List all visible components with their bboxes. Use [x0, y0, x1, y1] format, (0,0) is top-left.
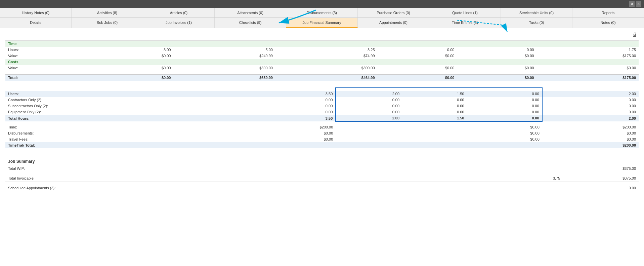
- erp-col-budget: [94, 38, 173, 41]
- tab-sub-jobs[interactable]: Sub Jobs (0): [72, 18, 143, 28]
- window-controls: ⧉ ✕: [629, 1, 641, 7]
- erp-col-writeoff: [457, 38, 536, 41]
- erp-costs-row-0: Value: $0.00 $390.00 $390.00 $0.00 $0.00…: [5, 65, 639, 71]
- title-bar: ⧉ ✕: [0, 0, 644, 8]
- erp-time-row-0: Hours: 3.00 5.00 3.25 0.00 0.00 1.75: [5, 47, 639, 53]
- job-summary-header: Job Summary: [5, 155, 639, 165]
- job-summary-total-invoicable: Total Invoicable: 3.75 $375.00: [5, 175, 639, 182]
- timetrak-row-1: Contractors Only (2): 0.00 0.00 0.00 0.0…: [5, 97, 639, 103]
- tab-appointments[interactable]: Appointments (0): [358, 18, 429, 28]
- timetrak-col-billable: [336, 88, 402, 91]
- tab-checklists[interactable]: Checklists (9): [215, 18, 286, 28]
- tab-quote-lines[interactable]: Quote Lines (1): [429, 8, 501, 17]
- tab-activities[interactable]: Activities (8): [72, 8, 143, 17]
- tab-row-1: History Notes (0)Activities (8)Articles …: [0, 8, 644, 18]
- tab-reports[interactable]: Reports: [572, 8, 644, 17]
- job-summary-total-wip: Total WIP: $375.00: [5, 165, 639, 172]
- timetrak-row-0: Users: 3.50 2.00 1.50 0.00 2.00: [5, 91, 639, 97]
- tab-row-2: DetailsSub Jobs (0)Job Invoices (1)Check…: [0, 18, 644, 28]
- job-summary-table: Job Summary Total WIP: $375.00 Total Inv…: [5, 155, 639, 191]
- tab-attachments[interactable]: Attachments (0): [215, 8, 286, 17]
- erp-costs-header: Costs: [5, 59, 639, 65]
- timetrak-col-wip: [542, 88, 639, 91]
- job-summary-scheduled-appointments: Scheduled Appointments (3): 0.00: [5, 185, 639, 191]
- timetrak-section: Users: 3.50 2.00 1.50 0.00 2.00 Contract…: [5, 87, 639, 148]
- tab-job-invoices[interactable]: Job Invoices (1): [143, 18, 215, 28]
- erp-table: Time Hours: 3.00 5.00 3.25 0.00 0.00 1.7…: [5, 38, 639, 81]
- main-content: 🖨 Time Hours: 3.00 5.00: [0, 28, 644, 195]
- erp-time-row-1: Value: $0.00 $249.99 $74.99 $0.00 $0.00 …: [5, 53, 639, 59]
- timetrak-table: Users: 3.50 2.00 1.50 0.00 2.00 Contract…: [5, 87, 639, 148]
- page-wrapper: ⧉ ✕ History Notes (0)Activities (8)Artic…: [0, 0, 644, 266]
- timetrak-value-row-0: Time: $200.00 $0.00 $200.00: [5, 124, 639, 130]
- erp-col-actual: [173, 38, 275, 41]
- tab-disbursements[interactable]: Disbursements (3): [286, 8, 358, 17]
- tab-purchase-orders[interactable]: Purchase Orders (0): [358, 8, 429, 17]
- tab-time-entries[interactable]: Time Entries (5): [429, 18, 501, 28]
- restore-button[interactable]: ⧉: [629, 1, 635, 7]
- timetrak-col-writeoff: [467, 88, 542, 91]
- tab-serviceable-units[interactable]: Serviceable Units (0): [501, 8, 572, 17]
- erp-col-wip: [536, 38, 639, 41]
- timetrak-total-row: TimeTrak Total: $200.00: [5, 142, 639, 148]
- erp-col-allocated: [378, 38, 457, 41]
- timetrak-header-label: [5, 88, 239, 91]
- timetrak-value-row-2: Travel Fees: $0.00 $0.00 $0.00: [5, 136, 639, 142]
- print-icon[interactable]: 🖨: [632, 32, 637, 38]
- erp-header-label: [5, 38, 94, 41]
- tab-job-financial-summary[interactable]: Job Financial Summary: [286, 18, 358, 28]
- timetrak-row-2: Subcontractors Only (2): 0.00 0.00 0.00 …: [5, 103, 639, 109]
- tab-articles[interactable]: Articles (0): [143, 8, 215, 17]
- close-button[interactable]: ✕: [636, 1, 641, 7]
- timetrak-col-nocharge: [402, 88, 467, 91]
- timetrak-total-hours-row: Total Hours: 3.50 2.00 1.50 0.00 2.00: [5, 115, 639, 121]
- tab-details[interactable]: Details: [0, 18, 72, 28]
- erp-total-row: Total: $0.00 $639.99 $464.99 $0.00 $0.00…: [5, 74, 639, 81]
- erp-col-invoiced: [275, 38, 378, 41]
- timetrak-value-row-1: Disbursements: $0.00 $0.00 $0.00: [5, 130, 639, 136]
- job-summary-section: Job Summary Total WIP: $375.00 Total Inv…: [5, 155, 639, 191]
- timetrak-row-3: Equipment Only (2): 0.00 0.00 0.00 0.00 …: [5, 109, 639, 115]
- timetrak-col-actual: [239, 88, 336, 91]
- erp-time-header: Time: [5, 41, 639, 47]
- tab-notes[interactable]: Notes (0): [572, 18, 644, 28]
- tab-tasks[interactable]: Tasks (0): [501, 18, 572, 28]
- tab-history-notes[interactable]: History Notes (0): [0, 8, 72, 17]
